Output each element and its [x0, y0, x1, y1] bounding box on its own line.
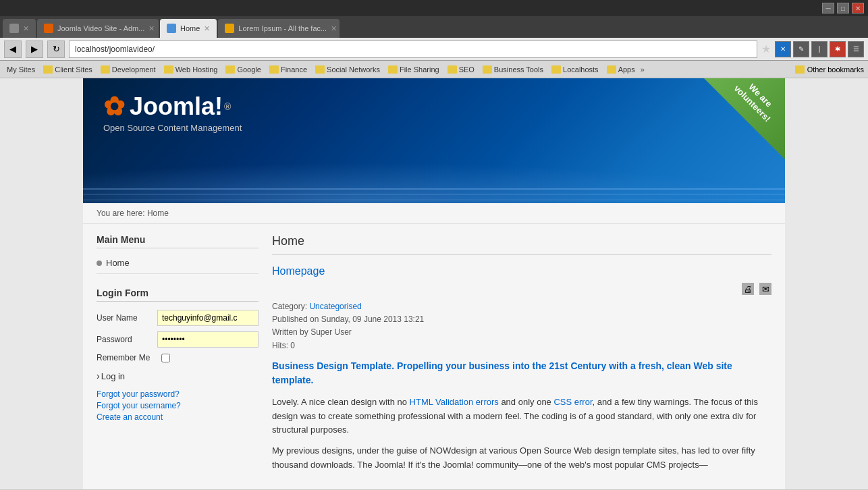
password-label: Password [97, 335, 157, 344]
bookmark-google[interactable]: Google [223, 65, 263, 74]
meta-category-link[interactable]: Uncategorised [309, 302, 361, 311]
tab-home[interactable]: Home ✕ [160, 19, 217, 38]
address-input[interactable] [69, 40, 757, 58]
print-icon[interactable]: 🖨 [742, 283, 754, 295]
tab-close-blank[interactable]: ✕ [23, 24, 29, 33]
site-logo: ✿ Joomla!® Open Source Content Managemen… [103, 92, 242, 133]
reload-button[interactable]: ↻ [47, 40, 65, 58]
site-header: ✿ Joomla!® Open Source Content Managemen… [83, 78, 785, 203]
toolbar-icon-separator: | [811, 41, 828, 57]
toolbar-icon-1[interactable]: ✕ [775, 41, 791, 57]
tab-close-joomla[interactable]: ✕ [148, 24, 155, 33]
article-highlight: Business Design Template. Propelling you… [272, 359, 771, 387]
bookmarks-more-button[interactable]: » [641, 65, 645, 74]
bookmark-label: Business Tools [494, 65, 543, 74]
login-form-section: Login Form User Name Password Remember M… [97, 288, 259, 422]
bookmark-web-hosting[interactable]: Web Hosting [161, 65, 221, 74]
address-bar: ◀ ▶ ↻ ★ ✕ ✎ | ✱ ☰ [0, 38, 868, 61]
sidebar: Main Menu Home Login Form User Name [97, 234, 259, 479]
meta-published: Published on Sunday, 09 June 2013 13:21 [272, 313, 771, 326]
login-form-title: Login Form [97, 288, 259, 302]
bookmark-label: Web Hosting [175, 65, 218, 74]
article-paragraph-2: My previous designs, under the guise of … [272, 444, 771, 472]
logo-text: ✿ Joomla!® [103, 92, 242, 121]
tab-bar: ✕ Joomla Video Site - Adm... ✕ Home ✕ Lo… [0, 16, 868, 38]
folder-icon [315, 65, 325, 74]
menu-link-home[interactable]: Home [106, 258, 130, 268]
bookmark-label: File Sharing [400, 65, 439, 74]
close-button[interactable]: ✕ [852, 3, 864, 13]
bookmark-label: SEO [459, 65, 474, 74]
bookmark-business-tools[interactable]: Business Tools [480, 65, 546, 74]
forward-button[interactable]: ▶ [26, 40, 43, 58]
tab-favicon-home [167, 24, 176, 33]
password-input[interactable] [157, 331, 259, 348]
tab-label-joomla: Joomla Video Site - Adm... [57, 24, 144, 32]
username-input[interactable] [157, 310, 259, 326]
maximize-button[interactable]: □ [837, 3, 849, 13]
folder-icon [447, 65, 457, 74]
bookmark-label: Development [112, 65, 156, 74]
article-tools: 🖨 ✉ [272, 283, 771, 295]
bookmark-client-sites[interactable]: Client Sites [40, 65, 95, 74]
css-error-link[interactable]: CSS error [553, 397, 592, 407]
email-icon[interactable]: ✉ [759, 283, 771, 295]
toolbar-icon-menu[interactable]: ☰ [848, 41, 864, 57]
forgot-username-link[interactable]: Forgot your username? [97, 401, 259, 410]
bookmark-development[interactable]: Development [98, 65, 159, 74]
tab-joomla-admin[interactable]: Joomla Video Site - Adm... ✕ [37, 19, 159, 38]
forgot-password-link[interactable]: Forgot your password? [97, 389, 259, 399]
other-bookmarks-label[interactable]: Other bookmarks [807, 65, 864, 74]
menu-item-home[interactable]: Home [97, 255, 259, 271]
bookmark-my-sites[interactable]: My Sites [4, 65, 38, 74]
tab-close-lorem[interactable]: ✕ [331, 24, 337, 33]
bookmark-seo[interactable]: SEO [445, 65, 477, 74]
main-layout: Main Menu Home Login Form User Name [83, 224, 785, 489]
page-wrapper: ✿ Joomla!® Open Source Content Managemen… [0, 78, 868, 489]
username-label: User Name [97, 313, 157, 323]
tab-label-lorem: Lorem Ipsum - All the fac... [238, 24, 327, 32]
tab-lorem[interactable]: Lorem Ipsum - All the fac... ✕ [218, 19, 340, 38]
sidebar-menu: Home [97, 255, 259, 271]
tab-close-home[interactable]: ✕ [204, 24, 210, 33]
username-row: User Name [97, 310, 259, 326]
tab-favicon-lorem [225, 24, 234, 33]
article-paragraph-1: Lovely. A nice clean design with no HTML… [272, 396, 771, 437]
login-button[interactable]: Log in [97, 369, 125, 383]
meta-category-label: Category: [272, 302, 307, 311]
remember-me-checkbox[interactable] [161, 354, 170, 362]
bookmark-apps[interactable]: Apps [604, 65, 638, 74]
bookmark-label: Finance [281, 65, 307, 74]
toolbar-icon-2[interactable]: ✎ [793, 41, 809, 57]
main-menu-section: Main Menu Home [97, 234, 259, 274]
bookmark-file-sharing[interactable]: File Sharing [385, 65, 442, 74]
article-body: Lovely. A nice clean design with no HTML… [272, 396, 771, 472]
html-validation-link[interactable]: HTML Validation errors [410, 397, 499, 407]
remember-me-row: Remember Me [97, 353, 259, 362]
folder-icon [607, 65, 616, 74]
volunteer-badge: We arevolunteers! [704, 78, 785, 159]
bookmarks-bar: My Sites Client Sites Development Web Ho… [0, 61, 868, 78]
article-title: Homepage [272, 265, 771, 277]
logo-tagline: Open Source Content Management [103, 123, 242, 133]
bookmark-finance[interactable]: Finance [267, 65, 310, 74]
login-links: Forgot your password? Forgot your userna… [97, 389, 259, 422]
minimize-button[interactable]: ─ [822, 3, 834, 13]
bookmark-localhosts[interactable]: Localhosts [549, 65, 601, 74]
folder-icon [483, 65, 492, 74]
folder-icon [388, 65, 398, 74]
volunteer-text: We arevolunteers! [731, 78, 780, 125]
bookmark-star-icon[interactable]: ★ [761, 43, 771, 55]
bookmark-social-networks[interactable]: Social Networks [313, 65, 383, 74]
bookmark-label: My Sites [7, 65, 35, 74]
folder-icon [269, 65, 279, 74]
password-row: Password [97, 331, 259, 348]
main-menu-title: Main Menu [97, 234, 259, 248]
folder-icon [551, 65, 561, 74]
bookmark-label: Localhosts [563, 65, 599, 74]
create-account-link[interactable]: Create an account [97, 412, 259, 422]
bookmark-label: Social Networks [327, 65, 380, 74]
toolbar-icon-3[interactable]: ✱ [830, 41, 846, 57]
tab-blank[interactable]: ✕ [3, 19, 36, 38]
back-button[interactable]: ◀ [4, 40, 22, 58]
